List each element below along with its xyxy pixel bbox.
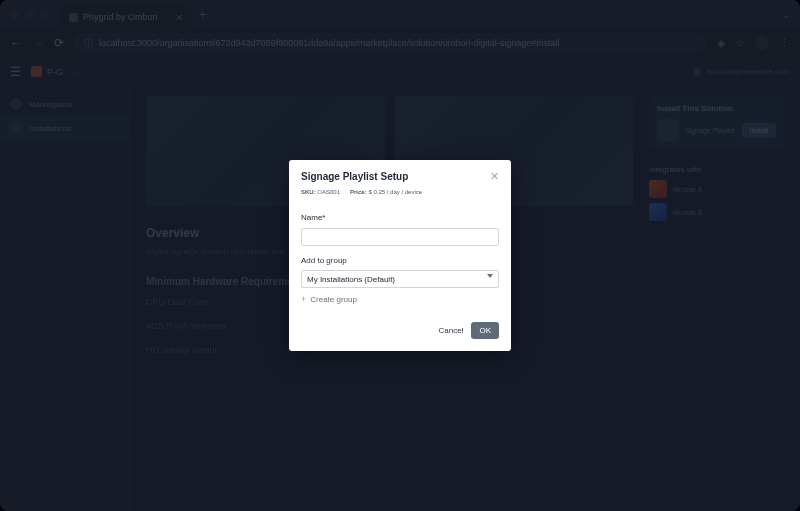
price-value: $ 0.25 / day / device <box>368 189 422 195</box>
group-label: Add to group <box>301 256 499 265</box>
setup-modal: Signage Playlist Setup ✕ SKU: OAS001 Pri… <box>289 160 511 351</box>
close-icon[interactable]: ✕ <box>490 170 499 183</box>
modal-title: Signage Playlist Setup <box>301 171 408 182</box>
ok-button[interactable]: OK <box>471 322 499 339</box>
modal-overlay[interactable]: Signage Playlist Setup ✕ SKU: OAS001 Pri… <box>0 0 800 511</box>
sku-label: SKU: <box>301 189 316 195</box>
group-select[interactable]: My Installations (Default) <box>301 270 499 288</box>
name-input[interactable] <box>301 228 499 246</box>
plus-icon: + <box>301 294 306 304</box>
cancel-button[interactable]: Cancel <box>439 322 464 339</box>
name-label: Name* <box>301 213 499 222</box>
create-group-label: Create group <box>310 295 357 304</box>
modal-meta: SKU: OAS001 Price: $ 0.25 / day / device <box>289 189 511 203</box>
create-group-link[interactable]: + Create group <box>301 294 499 304</box>
price-label: Price: <box>350 189 367 195</box>
sku-value: OAS001 <box>317 189 340 195</box>
